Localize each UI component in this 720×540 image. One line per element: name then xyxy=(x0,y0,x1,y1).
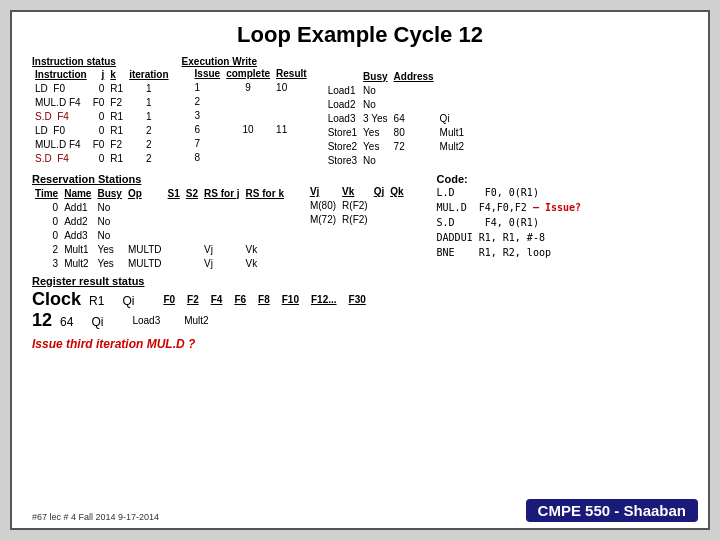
r1-label: R1 xyxy=(89,294,104,308)
cell: 3 xyxy=(32,257,61,271)
cell xyxy=(183,229,201,243)
code-label: Code: xyxy=(437,173,582,185)
cell: R(F2) xyxy=(339,213,371,227)
cell xyxy=(165,229,183,243)
col-s2: S2 xyxy=(183,187,201,201)
cell: No xyxy=(94,215,124,229)
cell: Qi xyxy=(437,112,467,126)
col-qj: Qj xyxy=(371,185,388,199)
f-value xyxy=(239,315,251,326)
cell: Mult2 xyxy=(61,257,94,271)
cell: 6 xyxy=(192,123,224,137)
f-header: F8 xyxy=(252,294,276,305)
cell: 11 xyxy=(273,123,310,137)
cell xyxy=(387,199,406,213)
cell: Yes xyxy=(360,126,390,140)
cell xyxy=(201,201,243,215)
col-time: Time xyxy=(32,187,61,201)
cell: MULTD xyxy=(125,257,165,271)
col-result: Result xyxy=(273,67,310,81)
res-vjvk-table: Vj Vk Qj Qk M(80) xyxy=(307,185,407,227)
cell: 2 xyxy=(126,138,171,152)
cell: Yes xyxy=(360,140,390,154)
f-value xyxy=(215,315,227,326)
cell: MULTD xyxy=(125,243,165,257)
table-row: S.D F4 0 R1 2 xyxy=(32,152,172,166)
cell xyxy=(183,243,201,257)
code-block: L.D F0, 0(R1) MUL.D F4,F0,F2 – Issue? S.… xyxy=(437,185,582,260)
cell xyxy=(391,84,437,98)
cell: S.D F4 xyxy=(32,152,90,166)
cell xyxy=(223,151,273,165)
cell: 0 xyxy=(32,215,61,229)
cell: S.D F4 xyxy=(32,110,90,124)
f-value: Mult2 xyxy=(178,315,214,326)
code-line: S.D F4, 0(R1) xyxy=(437,215,582,230)
cell: R1 xyxy=(107,152,126,166)
col-qk: Qk xyxy=(387,185,406,199)
table-row: S.D F4 0 R1 1 xyxy=(32,110,172,124)
cell: No xyxy=(94,201,124,215)
cell xyxy=(437,70,467,84)
res-stations-label: Reservation Stations xyxy=(32,173,287,185)
main-container: Loop Example Cycle 12 Instruction status… xyxy=(10,10,710,530)
cell xyxy=(223,109,273,123)
f-header: F10 xyxy=(276,294,305,305)
cell: No xyxy=(360,84,390,98)
cell: 1 xyxy=(126,82,171,96)
register-result-section: Register result status Clock R1 Qi F0 F2… xyxy=(32,275,688,331)
cell: 1 xyxy=(192,81,224,95)
cell: 0 xyxy=(90,124,108,138)
cell xyxy=(273,109,310,123)
col-name: Name xyxy=(61,187,94,201)
f-header: F4 xyxy=(205,294,229,305)
code-line: BNE R1, R2, loop xyxy=(437,245,582,260)
col-s1: S1 xyxy=(165,187,183,201)
table-row: 7 xyxy=(192,137,310,151)
cell: 3 Yes xyxy=(360,112,390,126)
cell: 0 xyxy=(90,152,108,166)
cell xyxy=(165,215,183,229)
cell xyxy=(125,201,165,215)
cell xyxy=(437,154,467,168)
cell: Vk xyxy=(243,257,287,271)
cell: Load1 xyxy=(325,84,360,98)
table-row: 3 xyxy=(192,109,310,123)
cell xyxy=(273,151,310,165)
cell xyxy=(371,199,388,213)
qi-value: Qi xyxy=(81,315,103,329)
col-complete: complete xyxy=(223,67,273,81)
cell: M(72) xyxy=(307,213,339,227)
cell: 7 xyxy=(192,137,224,151)
col-busy: Busy xyxy=(360,70,390,84)
cell xyxy=(273,137,310,151)
cell xyxy=(243,215,287,229)
cell: R1 xyxy=(107,82,126,96)
table-row: 2 Mult1 Yes MULTD Vj Vk xyxy=(32,243,287,257)
f-value xyxy=(251,315,263,326)
table-row: MUL.D F4 F0 F2 2 xyxy=(32,138,172,152)
table-row: 6 10 11 xyxy=(192,123,310,137)
bottom-info: #67 lec # 4 Fall 2014 9-17-2014 xyxy=(32,512,159,522)
table-row: MUL.D F4 F0 F2 1 xyxy=(32,96,172,110)
cell xyxy=(223,137,273,151)
f-header: F6 xyxy=(228,294,252,305)
cell: No xyxy=(360,154,390,168)
cell xyxy=(437,84,467,98)
col-k: k xyxy=(107,68,126,82)
table-row: Load1 No xyxy=(325,84,467,98)
cell: Vj xyxy=(201,257,243,271)
cell: Load3 xyxy=(325,112,360,126)
cell: 3 xyxy=(192,109,224,123)
cell: 0 xyxy=(32,201,61,215)
table-row: 2 xyxy=(192,95,310,109)
cell: Store3 xyxy=(325,154,360,168)
cell xyxy=(391,154,437,168)
page-title: Loop Example Cycle 12 xyxy=(32,22,688,48)
cell xyxy=(437,98,467,112)
cell: Vk xyxy=(243,243,287,257)
cell: MUL.D F4 xyxy=(32,138,90,152)
col-address: Address xyxy=(391,70,437,84)
table-row: 0 Add2 No xyxy=(32,215,287,229)
cell: 1 xyxy=(126,96,171,110)
